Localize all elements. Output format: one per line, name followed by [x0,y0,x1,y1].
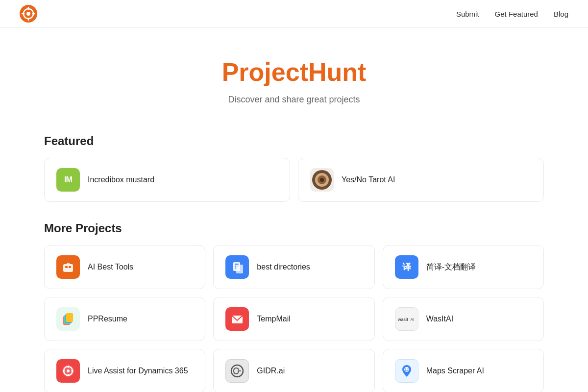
more-projects-grid: AI Best Tools best direc [44,245,544,392]
card-gidr-ai[interactable]: GIDR.ai [213,349,374,392]
nav-submit[interactable]: Submit [456,10,479,18]
tarot-name: Yes/No Tarot AI [342,175,395,184]
logo-icon [20,5,37,23]
svg-text:AI: AI [410,317,414,322]
more-projects-section: More Projects AI Best Tool [44,221,544,392]
best-directories-name: best directories [257,263,310,271]
jian-yi-name: 简译-文档翻译 [426,262,476,272]
ai-best-tools-name: AI Best Tools [88,263,133,271]
card-incredibox-mustard[interactable]: IM Incredibox mustard [44,158,290,202]
svg-point-10 [320,178,324,182]
tarot-icon [310,168,334,192]
featured-section: Featured IM Incredibox mustard [44,134,544,202]
tempmail-icon [225,307,249,331]
gidr-ai-name: GIDR.ai [257,367,285,375]
ppresume-name: PPResume [88,315,127,323]
card-jian-yi[interactable]: 译 简译-文档翻译 [383,245,544,289]
header: Submit Get Featured Blog [0,0,588,28]
svg-rect-20 [236,265,243,273]
gidr-ai-icon [225,359,249,383]
more-projects-title: More Projects [44,221,544,235]
live-assist-name: Live Assist for Dynamics 365 [88,367,188,375]
wasitai-icon: wasit AI [395,307,418,331]
card-ppresume[interactable]: PPResume [44,297,205,341]
svg-point-37 [405,368,406,369]
hero-title: ProjectHunt [44,57,544,87]
svg-rect-17 [235,264,239,265]
main-content: ProjectHunt Discover and share great pro… [24,28,564,392]
maps-scraper-icon [395,359,418,383]
nav-blog[interactable]: Blog [554,10,568,18]
wasitai-name: WasItAI [426,315,453,323]
incredibox-name: Incredibox mustard [88,175,154,184]
svg-rect-13 [69,266,71,268]
card-best-directories[interactable]: best directories [213,245,374,289]
live-assist-icon [56,359,80,383]
logo[interactable] [20,5,37,23]
incredibox-icon: IM [56,168,80,192]
card-tempmail[interactable]: TempMail [213,297,374,341]
svg-rect-12 [65,266,68,268]
svg-rect-24 [66,313,73,322]
ppresume-icon [56,307,80,331]
hero-subtitle: Discover and share great projects [44,95,544,105]
card-yes-no-tarot[interactable]: Yes/No Tarot AI [298,158,544,202]
best-directories-icon [225,255,249,279]
svg-point-15 [68,262,69,264]
svg-rect-11 [63,264,73,272]
ai-best-tools-icon [56,255,80,279]
featured-title: Featured [44,134,544,148]
main-nav: Submit Get Featured Blog [456,10,568,18]
svg-point-35 [231,365,243,377]
svg-point-30 [67,369,70,372]
tempmail-name: TempMail [257,315,290,323]
svg-text:wasit: wasit [398,317,408,322]
card-maps-scraper[interactable]: Maps Scraper AI [383,349,544,392]
hero-section: ProjectHunt Discover and share great pro… [44,57,544,105]
jian-yi-icon: 译 [395,255,418,279]
nav-get-featured[interactable]: Get Featured [495,10,538,18]
svg-point-2 [26,12,30,16]
maps-scraper-name: Maps Scraper AI [426,367,484,375]
card-wasitai[interactable]: wasit AI WasItAI [383,297,544,341]
card-ai-best-tools[interactable]: AI Best Tools [44,245,205,289]
featured-grid: IM Incredibox mustard [44,158,544,202]
svg-point-38 [407,368,408,369]
card-live-assist[interactable]: Live Assist for Dynamics 365 [44,349,205,392]
